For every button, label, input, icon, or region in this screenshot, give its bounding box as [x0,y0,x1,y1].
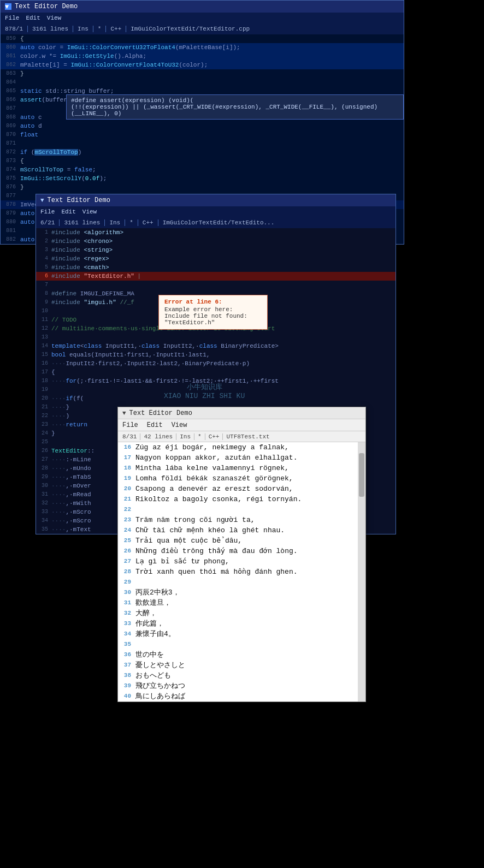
utf8-line: 31歡飲達旦， [118,598,358,608]
window3-icon: ▼ [122,410,126,417]
code-line: 875 ImGui::SetScrollY(0.0f); [1,174,404,183]
window3-titlebar[interactable]: ▼ Text Editor Demo [118,407,365,419]
menu-file-2[interactable]: File [40,209,55,215]
menu-edit-1[interactable]: Edit [26,15,40,21]
code-line: 876 } [1,183,404,192]
w2-code-line: 13 [36,333,396,342]
w2-code-line: 19 [36,385,396,394]
utf8-line: 40鳥にしあらねば [118,691,358,701]
w2-code-line: 2#include <chrono> [36,237,396,246]
code-line: 861 color.w *= ImGui::GetStyle().Alpha; [1,52,404,61]
w3-lang: C++ [209,433,223,440]
menu-file-1[interactable]: File [5,15,19,21]
code-line: 872 if (mScrollToTop) [1,148,404,157]
w2-code-line: 14template<class InputIt1,·class InputIt… [36,342,396,350]
w2-mode: Ins [109,219,125,226]
tooltip-text: #define assert(expression) (void)((!!(ex… [71,97,377,117]
utf8-line: 28Trời xanh quen thói má hồng đánh ghen. [118,567,358,577]
window1-icon: ▼ [5,3,11,10]
utf8-lines: 16Zúg az éji bogár, nekimegy a falnak,17… [118,442,358,701]
utf8-line: 16Zúg az éji bogár, nekimegy a falnak, [118,442,358,453]
code-line: 859 { [1,34,404,43]
utf8-line: 33作此篇， [118,619,358,629]
utf8-line: 38おもへども [118,670,358,681]
w2-code-line: 17{ [36,368,396,377]
menu-file-3[interactable]: File [122,421,138,429]
window2-icon: ▼ [40,197,44,204]
w2-code-line: 1#include <algorithm> [36,228,396,237]
error-line1: Example error here: [164,306,262,313]
code-line: 870 float [1,130,404,139]
utf8-line: 36世の中を [118,650,358,660]
w2-code-line: 3#include <string> [36,246,396,254]
w2-code-line: 7 [36,281,396,289]
window1-menubar: File Edit View [1,13,404,23]
utf8-line: 24Chữ tài chữ mệnh khéo là ghét nhau. [118,525,358,536]
w2-lines: 3161 lines [64,219,105,226]
menu-edit-2[interactable]: Edit [61,209,75,215]
window2-titlebar[interactable]: ▼ Text Editor Demo [36,194,396,206]
error-line2: Include file not found: "TextEditor.h" [164,313,262,326]
w2-error-line: 6#include "TextEditor.h" | [36,272,396,281]
utf8-line: 25Trải qua một cuộc bể dâu, [118,536,358,546]
w2-code-line: 16····InputIt2·first2,·InputIt2·last2,·B… [36,359,396,368]
window3-title: Text Editor Demo [129,409,192,417]
error-title: Error at line 6: [164,299,262,305]
w1-flag: * [98,26,107,32]
w1-lines: 3161 lines [32,26,73,32]
menu-view-2[interactable]: View [82,209,97,215]
window1-statusbar: 878/1 3161 lines Ins * C++ ImGuiColorTex… [1,23,404,34]
scrollbar[interactable] [358,442,365,701]
window3-text-area: 16Zúg az éji bogár, nekimegy a falnak,17… [118,442,365,701]
w1-mode: Ins [78,26,93,32]
w2-code-line: 15bool equals(InputIt1·first1,·InputIt1·… [36,350,396,359]
w1-lang: C++ [110,26,126,32]
code-line: 871 [1,139,404,148]
utf8-line: 35 [118,639,358,650]
utf8-line: 39飛び立ちかねつ [118,681,358,691]
utf8-line: 18Mintha lába kelne valamennyi rögnek, [118,463,358,473]
menu-view-3[interactable]: View [172,421,187,429]
code-line: 873 { [1,157,404,165]
utf8-line: 20Csapong a denevér az ereszt sodorván, [118,484,358,494]
w2-lang: C++ [143,219,158,226]
code-line: 860 auto color = ImGui::ColorConvertU32T… [1,43,404,52]
code-line: 864 [1,78,404,87]
w3-lines: 42 lines [144,433,176,440]
window3-statusbar: 8/31 42 lines Ins * C++ UTF8Test.txt [118,431,365,442]
utf8-line: 22 [118,504,358,515]
utf8-line: 27Lạ gì bỉ sắc tư phong, [118,556,358,567]
w2-code-line: 4#include <regex> [36,254,396,263]
window3-menubar: File Edit View [118,419,365,431]
menu-edit-3[interactable]: Edit [147,421,163,429]
w3-mode: Ins [180,433,194,440]
scrollbar-thumb[interactable] [359,453,364,497]
w2-flag: * [129,219,138,226]
w2-code-line: 18····for(;·first1·!=·last1·&&·first2·!=… [36,377,396,385]
window1-title: Text Editor Demo [15,3,78,10]
window2-menubar: File Edit View [36,206,396,217]
utf8-line: 23Trăm năm trong cõi người ta, [118,515,358,525]
utf8-line: 37憂しとやさしと [118,660,358,670]
code-line: 874 mScrollToTop = false; [1,165,404,174]
w2-code-line: 5#include <cmath> [36,263,396,272]
utf8-line: 17Nagyon koppan akkor, azután elhallgat. [118,453,358,463]
window3: ▼ Text Editor Demo File Edit View 8/31 4… [117,407,366,702]
w2-code-line: 20····if(f( [36,394,396,403]
utf8-line: 19Lomha földi békák szanaszét görögnek, [118,473,358,484]
w2-file: ImGuiColorTextEdit/TextEdito... [163,219,279,226]
w3-flag: * [198,433,205,440]
window2-statusbar: 6/21 3161 lines Ins * C++ ImGuiColorText… [36,217,396,228]
w2-pos: 6/21 [40,219,60,226]
utf8-line: 30丙辰2中秋3， [118,587,358,598]
w1-pos: 878/1 [5,26,28,32]
utf8-line: 21Rikoltoz a bagoly csonka, régi tornyán… [118,494,358,504]
menu-view-1[interactable]: View [47,15,61,21]
w1-file: ImGuiColorTextEdit/TextEditor.cpp [131,26,254,32]
w3-file: UTF8Test.txt [226,433,273,440]
w3-pos: 8/31 [122,433,140,440]
code-line: 869 auto d [1,122,404,130]
window1-titlebar[interactable]: ▼ Text Editor Demo [1,1,404,13]
code-line: 862 mPalette[i] = ImGui::ColorConvertFlo… [1,61,404,69]
window2-title: Text Editor Demo [48,197,110,204]
